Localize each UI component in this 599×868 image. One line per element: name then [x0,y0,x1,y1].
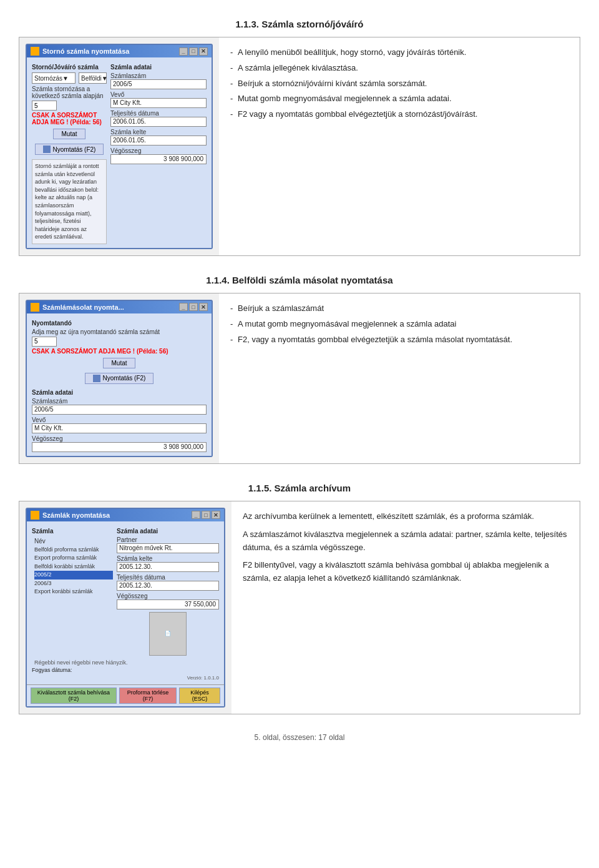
tree-item-1[interactable]: Export proforma számlák [34,554,113,563]
section-1-title: 1.1.3. Számla sztornó/jóváíró [19,19,580,29]
mutat-button-1[interactable]: Mutat [53,129,85,139]
section-1: 1.1.3. Számla sztornó/jóváíró Stornó szá… [19,19,580,256]
desc-3-item-1: A számlaszámot kiválasztva megjelennek a… [243,528,568,555]
archive-close-button[interactable]: ✕ [212,511,220,519]
partner-label: Partner [117,536,219,543]
desc-3-item-0: Az archívumba kerülnek a lementett, elké… [243,510,568,523]
tree-item-3[interactable]: 2005/2 [34,571,113,579]
tree-item-0[interactable]: Belföldi proforma számlák [34,546,113,555]
szamla-kelte-value: 2005.12.30. [117,562,219,572]
vevo-label-1: Vevő [110,91,207,98]
desc-1-item-1: A számla jellegének kiválasztása. [230,62,568,75]
section-2: 1.1.4. Belföldi számla másolat nyomtatás… [19,275,580,464]
tree-item-2[interactable]: Belföldi korábbi számlák [34,563,113,571]
section-3-title: 1.1.5. Számla archívum [19,483,580,493]
desc-2-item-0: Beírjuk a számlaszámát [230,302,568,315]
mutat-button-2[interactable]: Mutat [103,358,135,368]
vegosszeg-label-3: Végösszeg [117,593,219,599]
archive-titlebar: Számlák nyomtatása _ □ ✕ [27,509,224,521]
storno-body: Stornó/Jóváíró számla Stornózás ▼ Belföl… [27,57,212,248]
copy-win-controls[interactable]: _ □ ✕ [179,303,208,311]
copy-right-label: Számla adatai [32,389,207,396]
proforma-torles-button[interactable]: Proforma törlése (F7) [119,688,177,704]
archive-two-col: Számla Név Belföldi proforma számlák Exp… [32,525,219,658]
copy-number-input[interactable] [32,337,57,347]
vevo-label-2: Vevő [32,417,207,423]
missing-text: Régebbi nevei régebbi neve hiányzik. [32,658,219,667]
storno-number-input[interactable] [32,101,57,111]
archive-win-controls[interactable]: _ □ ✕ [192,511,220,519]
fogyas-label: Fogyas dátuma: [32,667,72,673]
copy-titlebar: Számlámásolat nyomta... _ □ ✕ [27,301,212,313]
behivas-button[interactable]: Kiválasztott számla behívása (F2) [31,688,117,704]
desc-1-item-4: F2 vagy a nyomtatás gombbal elvégeztetjü… [230,108,568,121]
archive-restore-button[interactable]: □ [202,511,210,519]
copy-window-icon [31,303,39,312]
storno-section-label: Stornó/Jóváíró számla [32,64,107,71]
storno-instruction: Számla stornózása a következő számla ala… [32,86,107,99]
vegosszeg-value-2: 3 908 900,000 [32,442,207,452]
teljesites-label-1: Teljesítés dátuma [110,110,207,117]
section-3-description: Az archívumba kerülnek a lementett, elké… [231,501,580,714]
section-1-window: Stornó számla nyomtatása _ □ ✕ Stornó/Jó… [19,37,219,255]
window-icon [31,47,39,56]
kelte-label-1: Számla kelte [110,129,207,136]
minimize-button[interactable]: _ [179,47,188,56]
copy-minimize-button[interactable]: _ [179,303,188,311]
storno-two-col: Stornó/Jóváíró számla Stornózás ▼ Belföl… [32,61,207,244]
section-3: 1.1.5. Számla archívum Számlák nyomtatás… [19,483,580,714]
section-1-block: Stornó számla nyomtatása _ □ ✕ Stornó/Jó… [19,37,580,256]
printer-icon [43,145,51,153]
szamlaszam-label-2: Számlaszám [32,398,207,405]
section-3-window: Számlák nyomtatása _ □ ✕ Számla [19,501,231,714]
desc-1-item-3: Mutat gomb megnyomásával megjelennek a s… [230,92,568,106]
storno-window-title: Stornó számla nyomtatása [42,47,129,55]
copy-instruction: Adja meg az újra nyomtatandó számla szám… [32,328,207,335]
storno-right-col: Számla adatai Számlaszám 2006/5 Vevő M C… [110,61,207,244]
vegosszeg-value-1: 3 908 900,000 [110,154,207,164]
archive-right-label: Számla adatai [117,528,219,535]
close-button[interactable]: ✕ [199,47,208,56]
vevo-value-2: M City Kft. [32,423,207,433]
restore-button[interactable]: □ [189,47,198,56]
storno-row1: Stornózás ▼ Belföldi ▼ [32,72,107,84]
tree-item-5[interactable]: Export korábbi számlák [34,588,113,596]
szamlaszam-label-1: Számlaszám [110,72,207,79]
section-1-desc-list: A lenyíló menüből beállítjuk, hogy storn… [230,46,568,121]
partner-value: Nitrogén művek Rt. [117,543,219,553]
vegosszeg-label-2: Végösszeg [32,435,207,442]
szamlaszam-value-2: 2006/5 [32,405,207,415]
copy-restore-button[interactable]: □ [189,303,198,311]
tree-item-4[interactable]: 2006/3 [34,579,113,588]
printer-icon-2 [93,375,100,382]
archive-window-title: Számlák nyomtatása [42,511,110,519]
vegosszeg-value-3: 37 550,000 [117,599,219,609]
desc-3-item-2: F2 billentyűvel, vagy a kiválasztott szá… [243,559,568,585]
vevo-value-1: M City Kft. [110,98,207,108]
szamla-kelte-label: Számla kelte [117,555,219,562]
belfodi-select[interactable]: Belföldi ▼ [79,72,107,84]
copy-close-button[interactable]: ✕ [199,303,208,311]
teljesites-value-1: 2006.01.05. [110,117,207,127]
archive-tree: Név Belföldi proforma számlák Export pro… [32,536,113,596]
section-2-description: Beírjuk a számlaszámát A mutat gomb megn… [219,293,580,463]
archive-minimize-button[interactable]: _ [192,511,200,519]
desc-2-item-1: A mutat gomb megnyomásával megjelennek a… [230,318,568,331]
nyomtatas-button-2[interactable]: Nyomtatás (F2) [85,373,154,384]
kilepes-button[interactable]: Kilépés (ESC) [179,688,220,704]
archive-body: Számla Név Belföldi proforma számlák Exp… [27,521,224,684]
desc-1-item-0: A lenyíló menüből beállítjuk, hogy storn… [230,46,568,59]
section-2-block: Számlámásolat nyomta... _ □ ✕ Nyomtatand… [19,293,580,464]
copy-window-title: Számlámásolat nyomta... [42,303,124,311]
copy-red-text: CSAK A SORSZÁMOT ADJA MEG ! (Példa: 56) [32,348,207,355]
win-controls[interactable]: _ □ ✕ [179,47,208,56]
storno-select[interactable]: Stornózás ▼ [32,72,75,84]
fogyas-row: Fogyas dátuma: [32,667,219,673]
archive-image-placeholder: 📄 [149,612,187,656]
storno-window: Stornó számla nyomtatása _ □ ✕ Stornó/Jó… [26,44,213,249]
section-2-title: 1.1.4. Belföldi számla másolat nyomtatás… [19,275,580,285]
nyomtatas-button-1[interactable]: Nyomtatás (F2) [35,144,104,155]
desc-1-item-2: Beírjuk a stornózni/jóváírni kívánt szám… [230,77,568,91]
archive-bottom-bar: Kiválasztott számla behívása (F2) Profor… [27,684,224,706]
kelte-value-1: 2006.01.05. [110,136,207,145]
